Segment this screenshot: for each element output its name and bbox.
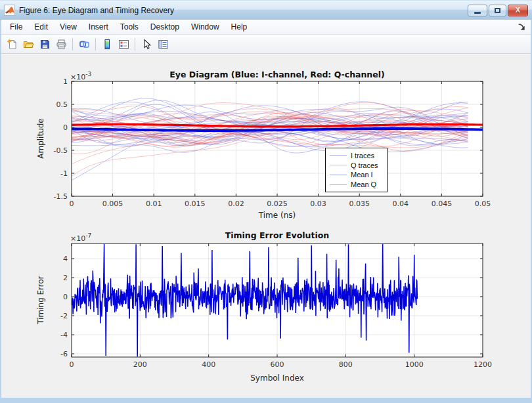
menu-item-window[interactable]: Window <box>185 20 225 34</box>
timing-y-exponent: ×10-7 <box>70 232 91 243</box>
svg-text:200: 200 <box>133 360 147 369</box>
matlab-figure-icon <box>4 5 15 16</box>
save-icon <box>39 39 51 50</box>
svg-text:0.05: 0.05 <box>475 200 491 208</box>
link-icon <box>79 39 90 50</box>
menu-item-desktop[interactable]: Desktop <box>144 20 185 34</box>
timing-error-title: Timing Error Evolution <box>225 230 330 240</box>
svg-text:0.005: 0.005 <box>102 200 123 208</box>
toolbar-separator <box>72 38 73 51</box>
eye-diagram-plot: 00.0050.010.0150.020.0250.030.0350.040.0… <box>54 77 491 208</box>
insert-legend-button[interactable] <box>116 36 131 52</box>
svg-text:0.03: 0.03 <box>310 200 326 208</box>
toolbar-separator <box>135 38 135 51</box>
edit-plot-button[interactable] <box>139 36 154 52</box>
timing-ylabel: Timing Error <box>36 276 45 325</box>
legend-item-mean-i: Mean I <box>330 171 383 179</box>
toolbar-separator <box>95 38 96 51</box>
legend-line-swatch <box>330 155 347 156</box>
figure-window: Figure 6: Eye Diagram and Timing Recover… <box>0 0 532 403</box>
svg-text:0.04: 0.04 <box>393 200 409 208</box>
save-figure-button[interactable] <box>37 36 53 52</box>
dock-figure-icon[interactable] <box>518 23 525 31</box>
svg-text:0: 0 <box>70 200 74 208</box>
new-document-icon <box>7 39 18 50</box>
new-figure-button[interactable] <box>4 36 20 52</box>
svg-text:-1: -1 <box>60 169 68 178</box>
menu-item-insert[interactable]: Insert <box>83 20 114 34</box>
figure-canvas: 00.0050.010.0150.020.0250.030.0350.040.0… <box>1 54 531 398</box>
svg-text:1: 1 <box>63 77 68 86</box>
legend-icon <box>118 39 129 50</box>
open-folder-icon <box>23 39 34 50</box>
svg-text:0: 0 <box>70 360 74 369</box>
svg-text:0.015: 0.015 <box>185 200 206 208</box>
legend-item-i-traces: I traces <box>330 152 383 159</box>
svg-text:0.025: 0.025 <box>267 200 288 208</box>
maximize-button[interactable] <box>489 5 506 16</box>
insert-colorbar-button[interactable] <box>99 36 115 52</box>
svg-text:0.02: 0.02 <box>228 200 244 208</box>
svg-text:0.035: 0.035 <box>349 200 370 208</box>
menu-item-help[interactable]: Help <box>225 20 254 34</box>
cursor-arrow-icon <box>141 39 152 50</box>
maximize-icon <box>495 8 500 13</box>
print-icon <box>56 39 67 50</box>
svg-text:-4: -4 <box>60 331 68 339</box>
svg-text:0.045: 0.045 <box>432 200 453 208</box>
svg-text:1000: 1000 <box>405 360 424 369</box>
svg-text:600: 600 <box>271 360 284 369</box>
svg-text:-0.5: -0.5 <box>54 146 68 155</box>
menu-item-view[interactable]: View <box>54 20 83 34</box>
eye-ylabel: Amplitude <box>36 118 45 159</box>
svg-text:0.5: 0.5 <box>56 100 68 109</box>
close-button[interactable]: X <box>508 5 528 16</box>
timing-xlabel: Symbol Index <box>250 373 304 383</box>
legend-line-swatch <box>330 165 347 165</box>
window-controls: X <box>468 5 528 16</box>
open-file-button[interactable] <box>20 36 36 52</box>
property-inspector-icon <box>158 39 169 50</box>
svg-text:-1.5: -1.5 <box>54 192 68 201</box>
eye-y-exponent: ×10-3 <box>70 71 91 81</box>
minimize-icon <box>474 12 481 14</box>
menu-item-tools[interactable]: Tools <box>114 20 144 34</box>
property-inspector-button[interactable] <box>155 36 171 52</box>
eye-xlabel: Time (ns) <box>258 211 296 220</box>
close-icon: X <box>516 7 520 14</box>
colorbar-icon <box>102 39 113 50</box>
figure-toolbar <box>1 35 531 54</box>
menu-item-edit[interactable]: Edit <box>28 20 54 34</box>
legend-line-swatch <box>330 175 347 175</box>
svg-text:-2: -2 <box>60 312 68 320</box>
legend-item-q-traces: Q traces <box>330 161 383 169</box>
minimize-button[interactable] <box>468 5 487 16</box>
window-body: FileEditViewInsertToolsDesktopWindowHelp <box>1 20 531 398</box>
svg-text:0: 0 <box>63 123 68 132</box>
window-title: Figure 6: Eye Diagram and Timing Recover… <box>19 6 468 15</box>
eye-diagram-title: Eye Diagram (Blue: I-channel, Red: Q-cha… <box>169 70 385 79</box>
svg-text:400: 400 <box>202 360 215 369</box>
eye-legend[interactable]: I traces Q traces Mean I Mean Q <box>325 148 388 192</box>
menu-items: FileEditViewInsertToolsDesktopWindowHelp <box>4 20 253 34</box>
svg-text:-6: -6 <box>60 350 68 358</box>
timing-error-plot: 020040060080010001200420-2-4-6 <box>60 244 492 369</box>
svg-text:2: 2 <box>63 274 68 282</box>
legend-line-swatch <box>330 184 347 185</box>
legend-item-mean-q: Mean Q <box>330 180 383 188</box>
menu-item-file[interactable]: File <box>4 20 28 34</box>
svg-text:0.01: 0.01 <box>146 200 162 208</box>
link-plot-button[interactable] <box>76 36 92 52</box>
svg-text:1200: 1200 <box>474 360 492 369</box>
svg-text:800: 800 <box>339 360 353 369</box>
print-figure-button[interactable] <box>53 36 69 52</box>
svg-text:0: 0 <box>63 293 68 301</box>
title-bar[interactable]: Figure 6: Eye Diagram and Timing Recover… <box>0 0 532 20</box>
menu-bar: FileEditViewInsertToolsDesktopWindowHelp <box>1 20 531 35</box>
svg-text:4: 4 <box>63 255 68 263</box>
